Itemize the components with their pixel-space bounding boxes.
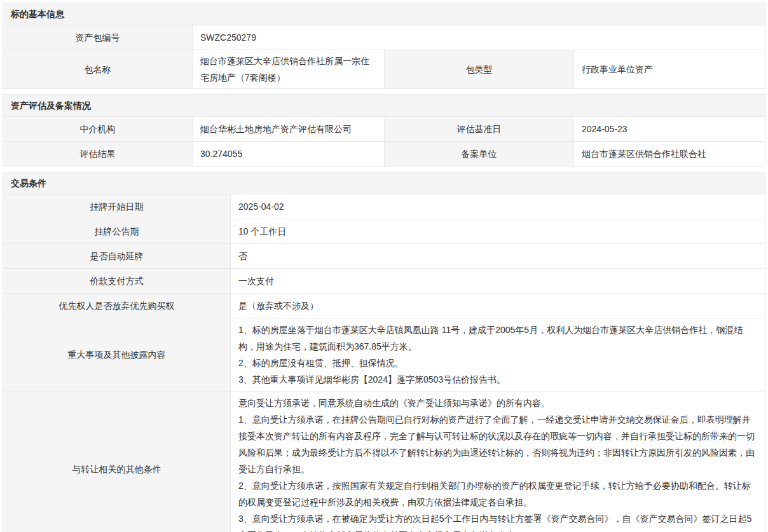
table-row: 是否自动延牌 否 (3, 243, 765, 268)
table-row: 与转让相关的其他条件 意向受让方须承诺，同意系统自动生成的《资产受让须知与承诺》… (3, 391, 765, 532)
field-label-appraisal-result: 评估结果 (3, 142, 193, 166)
table-row: 评估结果 30.274055 备案单位 烟台市蓬莱区供销合作社联合社 (3, 141, 765, 166)
field-label-major-disclosure: 重大事项及其他披露内容 (3, 318, 231, 391)
field-label-package-type: 包类型 (384, 50, 574, 88)
field-value-auto-extension: 否 (231, 244, 765, 268)
field-value-package-type: 行政事业单位资产 (574, 50, 765, 88)
field-value-preemptive-right-waiver: 是（放弃或不涉及） (231, 294, 765, 318)
field-label-preemptive-right-waiver: 优先权人是否放弃优先购买权 (3, 294, 231, 318)
disclosure-paragraph: 1、标的房屋坐落于烟台市蓬莱区大辛店镇凤凰山路 11号，建成于2005年5月，权… (238, 322, 757, 355)
field-value-agency: 烟台华彬土地房地产资产评估有限公司 (193, 117, 384, 141)
section-basic-info: 标的基本信息 资产包编号 SWZC250279 包名称 烟台市蓬莱区大辛店供销合… (3, 3, 765, 89)
field-value-major-disclosure: 1、标的房屋坐落于烟台市蓬莱区大辛店镇凤凰山路 11号，建成于2005年5月，权… (231, 318, 765, 391)
field-label-payment-method: 价款支付方式 (3, 269, 231, 293)
section-trade-conditions: 交易条件 挂牌开始日期 2025-04-02 挂牌公告期 10 个工作日 是否自… (3, 172, 765, 532)
field-value-filing-unit: 烟台市蓬莱区供销合作社联合社 (574, 142, 765, 166)
field-value-package-number: SWZC250279 (193, 25, 765, 50)
field-value-payment-method: 一次支付 (231, 269, 765, 293)
field-label-appraisal-base-date: 评估基准日 (384, 117, 574, 141)
field-value-appraisal-result: 30.274055 (193, 142, 384, 166)
field-label-package-number: 资产包编号 (3, 25, 193, 50)
table-row: 资产包编号 SWZC250279 (3, 25, 765, 50)
table-row: 挂牌开始日期 2025-04-02 (3, 194, 765, 219)
section-title-trade-conditions: 交易条件 (3, 172, 765, 194)
table-row: 重大事项及其他披露内容 1、标的房屋坐落于烟台市蓬莱区大辛店镇凤凰山路 11号，… (3, 318, 765, 391)
condition-paragraph: 意向受让方须承诺，同意系统自动生成的《资产受让须知与承诺》的所有内容。 (238, 395, 757, 411)
field-label-other-transfer-conditions: 与转让相关的其他条件 (3, 392, 231, 532)
table-row: 包名称 烟台市蓬莱区大辛店供销合作社所属一宗住宅房地产（7套阁楼） 包类型 行政… (3, 50, 765, 88)
field-value-appraisal-base-date: 2024-05-23 (574, 117, 765, 141)
field-value-package-name: 烟台市蓬莱区大辛店供销合作社所属一宗住宅房地产（7套阁楼） (193, 50, 384, 88)
field-label-announcement-period: 挂牌公告期 (3, 219, 231, 243)
condition-paragraph: 2、意向受让方须承诺，按照国家有关规定自行到相关部门办理标的资产的权属变更登记手… (238, 477, 757, 510)
table-row: 优先权人是否放弃优先购买权 是（放弃或不涉及） (3, 293, 765, 318)
field-label-auto-extension: 是否自动延牌 (3, 244, 231, 268)
field-value-other-transfer-conditions: 意向受让方须承诺，同意系统自动生成的《资产受让须知与承诺》的所有内容。 1、意向… (231, 392, 765, 532)
disclosure-paragraph: 3、其他重大事项详见烟华彬房【2024】蓬字第0503号估价报告书。 (238, 371, 757, 388)
field-value-listing-start-date: 2025-04-02 (231, 194, 765, 219)
table-row: 价款支付方式 一次支付 (3, 268, 765, 293)
asset-detail-page: 标的基本信息 资产包编号 SWZC250279 包名称 烟台市蓬莱区大辛店供销合… (0, 0, 768, 532)
section-appraisal-filing: 资产评估及备案情况 中介机构 烟台华彬土地房地产资产评估有限公司 评估基准日 2… (3, 94, 765, 167)
field-label-package-name: 包名称 (3, 50, 193, 88)
table-row: 中介机构 烟台华彬土地房地产资产评估有限公司 评估基准日 2024-05-23 (3, 116, 765, 141)
field-label-listing-start-date: 挂牌开始日期 (3, 194, 231, 219)
field-value-announcement-period: 10 个工作日 (231, 219, 765, 243)
field-label-filing-unit: 备案单位 (384, 142, 574, 166)
disclosure-paragraph: 2、标的房屋没有租赁、抵押、担保情况。 (238, 355, 757, 371)
section-title-appraisal-filing: 资产评估及备案情况 (3, 95, 765, 116)
condition-paragraph: 1、意向受让方须承诺，在挂牌公告期间已自行对标的资产进行了全面了解，一经递交受让… (238, 411, 757, 477)
field-label-agency: 中介机构 (3, 117, 193, 141)
section-title-basic-info: 标的基本信息 (3, 3, 765, 25)
condition-paragraph: 3、意向受让方须承诺，在被确定为受让方的次日起5个工作日内与转让方签署《资产交易… (238, 510, 757, 532)
table-row: 挂牌公告期 10 个工作日 (3, 219, 765, 243)
